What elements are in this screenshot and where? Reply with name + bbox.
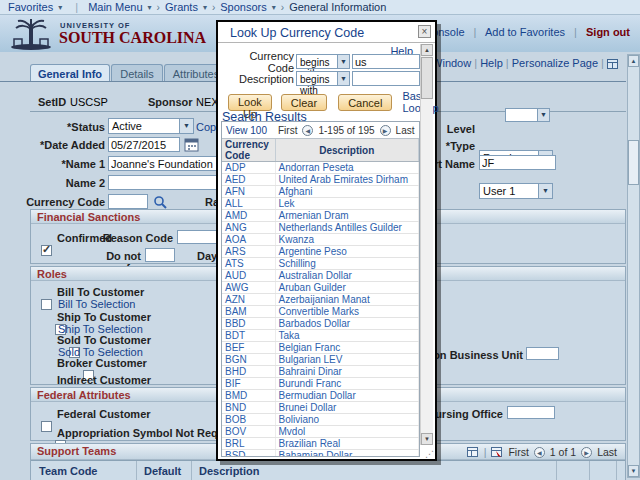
tab-details[interactable]: Details (111, 64, 163, 82)
tab-general-info[interactable]: General Info (30, 64, 110, 82)
currency-description-link[interactable]: Bahamian Dollar (279, 450, 353, 457)
personalize-page-link[interactable]: Personalize Page (512, 57, 598, 69)
currency-code-link[interactable]: BND (225, 402, 246, 413)
scroll-down-icon[interactable]: ▼ (628, 465, 639, 477)
currency-description-link[interactable]: Burundi Franc (279, 378, 342, 389)
currency-description-link[interactable]: Brunei Dollar (279, 402, 337, 413)
currency-code-link[interactable]: BOB (225, 414, 246, 425)
currency-description-link[interactable]: Azerbaijanian Manat (279, 294, 370, 305)
currency-description-link[interactable]: Schilling (279, 258, 316, 269)
bill-to-customer-checkbox[interactable] (41, 299, 52, 310)
currency-description-link[interactable]: Bermudian Dollar (279, 390, 356, 401)
currency-code-link[interactable]: BMD (225, 390, 247, 401)
cancel-button[interactable]: Cancel (338, 94, 392, 111)
currency-code-link[interactable]: AOA (225, 234, 246, 245)
currency-description-link[interactable]: Boliviano (279, 414, 320, 425)
currency-code-link[interactable]: BBD (225, 318, 246, 329)
currency-code-link[interactable]: BSD (225, 450, 246, 457)
scrollbar-thumb[interactable] (421, 57, 433, 99)
consolidation-business-unit-input[interactable] (526, 347, 559, 360)
currency-description-link[interactable]: Brazilian Real (279, 438, 341, 449)
description-search-input[interactable] (352, 71, 420, 86)
currency-code-link[interactable]: BRL (225, 438, 244, 449)
name2-input[interactable] (108, 175, 220, 190)
currency-code-link[interactable]: BDT (225, 330, 245, 341)
currency-code-link[interactable]: BGN (225, 354, 247, 365)
previous-page-icon[interactable]: ◀ (534, 447, 545, 458)
currency-description-link[interactable]: Kwanza (279, 234, 315, 245)
select-arrow-icon[interactable]: ▼ (337, 55, 349, 68)
currency-description-link[interactable]: Mvdol (279, 426, 306, 437)
select-arrow-icon[interactable]: ▼ (179, 119, 193, 133)
next-page-icon[interactable]: ▶ (380, 125, 391, 136)
currency-description-link[interactable]: United Arab Emirates Dirham (279, 174, 409, 185)
currency-code-link[interactable]: BIF (225, 378, 241, 389)
currency-description-link[interactable]: Aruban Guilder (279, 282, 346, 293)
currency-description-link[interactable]: Andorran Peseta (279, 162, 354, 173)
currency-description-link[interactable]: Lek (279, 198, 295, 209)
breadcrumb-sponsors[interactable]: Sponsors (220, 1, 266, 13)
status-select[interactable]: Active ▼ (108, 118, 194, 134)
currency-code-link[interactable]: ADP (225, 162, 246, 173)
modal-scrollbar[interactable]: ▲ ▼ (420, 44, 433, 445)
currency-operator-select[interactable]: begins with ▼ (296, 54, 350, 69)
screen-days-input[interactable] (145, 248, 175, 262)
personalize-layout-icon[interactable] (607, 59, 618, 69)
currency-code-link[interactable]: ATS (225, 258, 244, 269)
currency-description-link[interactable]: Armenian Dram (279, 210, 349, 221)
type-select[interactable]: User 1 ▼ (479, 183, 553, 199)
currency-code-link[interactable]: AED (225, 174, 246, 185)
currency-search-input[interactable] (352, 54, 420, 69)
lookup-magnifier-icon[interactable] (153, 195, 167, 209)
date-added-input[interactable] (108, 137, 180, 152)
scroll-down-icon[interactable]: ▼ (421, 433, 433, 445)
scroll-up-icon[interactable]: ▲ (628, 55, 639, 67)
help-link[interactable]: Help (480, 57, 503, 69)
currency-description-link[interactable]: Belgian Franc (279, 342, 341, 353)
close-icon[interactable]: × (418, 25, 431, 38)
currency-description-link[interactable]: Taka (279, 330, 300, 341)
breadcrumb-favorites[interactable]: Favorites (8, 1, 53, 13)
currency-description-link[interactable]: Australian Dollar (279, 270, 352, 281)
currency-description-link[interactable]: Convertible Marks (279, 306, 360, 317)
currency-code-link[interactable]: BHD (225, 366, 246, 377)
personalize-grid-icon[interactable] (467, 446, 479, 458)
currency-code-link[interactable]: BAM (225, 306, 247, 317)
breadcrumb-grants[interactable]: Grants (165, 1, 198, 13)
currency-code-link[interactable]: AFN (225, 186, 245, 197)
disbursing-office-input[interactable] (507, 406, 555, 419)
currency-code-link[interactable]: AMD (225, 210, 247, 221)
page-scrollbar[interactable]: ▲ ▼ (627, 54, 640, 478)
currency-description-link[interactable]: Afghani (279, 186, 313, 197)
currency-code-link[interactable]: BEF (225, 342, 244, 353)
next-page-icon[interactable]: ▶ (581, 447, 592, 458)
currency-description-link[interactable]: Bahraini Dinar (279, 366, 342, 377)
sign-out-link[interactable]: Sign out (586, 26, 630, 38)
top-right-select[interactable]: ▼ (505, 108, 550, 122)
resize-grip-icon[interactable]: ⋰ (425, 449, 434, 459)
select-arrow-icon[interactable]: ▼ (538, 184, 552, 198)
description-operator-select[interactable]: begins with ▼ (296, 71, 350, 86)
previous-page-icon[interactable]: ◀ (302, 125, 313, 136)
add-to-favorites-link[interactable]: Add to Favorites (485, 26, 565, 38)
calendar-icon[interactable] (184, 137, 199, 152)
currency-code-input[interactable] (108, 194, 148, 209)
currency-code-link[interactable]: ALL (225, 198, 243, 209)
clear-button[interactable]: Clear (281, 94, 327, 111)
download-grid-icon[interactable] (491, 446, 503, 458)
short-name-input[interactable] (479, 155, 556, 170)
federal-customer-checkbox[interactable] (41, 421, 52, 432)
bill-to-selection-link[interactable]: Bill To Selection (58, 298, 135, 310)
currency-description-link[interactable]: Barbados Dollar (279, 318, 351, 329)
breadcrumb-main-menu[interactable]: Main Menu (88, 1, 142, 13)
select-arrow-icon[interactable]: ▼ (537, 109, 549, 121)
currency-code-link[interactable]: AWG (225, 282, 249, 293)
scroll-up-icon[interactable]: ▲ (421, 44, 433, 56)
confirmed-checkbox[interactable] (41, 245, 52, 256)
currency-description-link[interactable]: Argentine Peso (279, 246, 347, 257)
currency-description-link[interactable]: Bulgarian LEV (279, 354, 343, 365)
currency-description-link[interactable]: Netherlands Antilles Guilder (279, 222, 402, 233)
currency-code-link[interactable]: AZN (225, 294, 245, 305)
view-100-link[interactable]: View 100 (226, 125, 267, 136)
look-up-button[interactable]: Look Up (228, 94, 272, 111)
